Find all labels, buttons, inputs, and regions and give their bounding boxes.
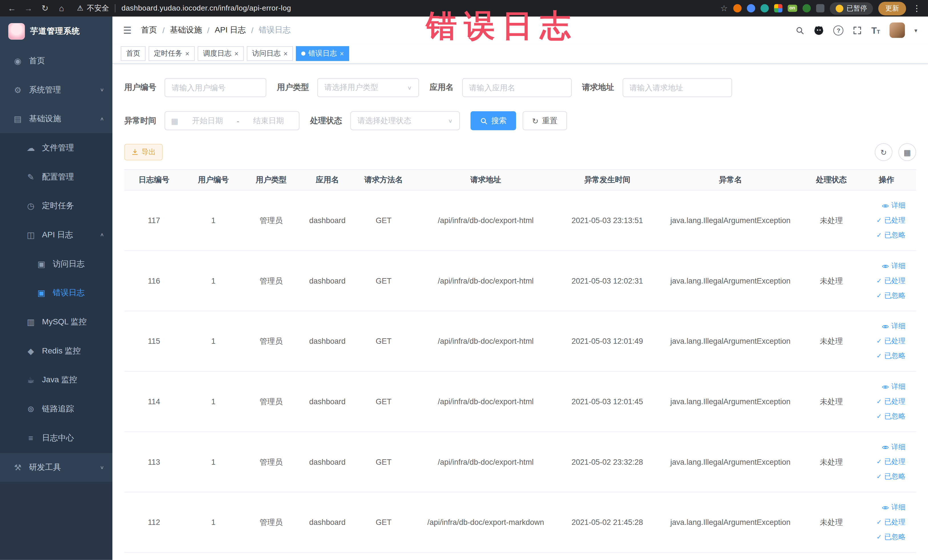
request-url-input[interactable] <box>622 78 732 97</box>
exception-name-cell: java.lang.IllegalArgumentException <box>655 371 806 432</box>
app-title: 芋道管理系统 <box>30 26 80 37</box>
process-status-select[interactable]: 请选择处理状态 ∨ <box>350 111 460 130</box>
tab-access-log[interactable]: 访问日志 × <box>247 46 293 61</box>
mark-processed-link[interactable]: ✓ 已处理 <box>859 273 905 288</box>
kebab-menu-icon[interactable]: ⋮ <box>913 3 921 13</box>
mark-ignored-link[interactable]: ✓ 已忽略 <box>859 228 905 243</box>
sidebar-item-system-mgmt[interactable]: ⚙ 系统管理 ∨ <box>0 75 112 104</box>
sidebar-item-api-log[interactable]: ◫ API 日志 ∧ <box>0 220 112 249</box>
user-type-select[interactable]: 请选择用户类型 ∨ <box>317 78 419 97</box>
sidebar-item-log-center[interactable]: ≡ 日志中心 <box>0 423 112 452</box>
bookmark-star-icon[interactable]: ☆ <box>720 3 728 13</box>
app-name-cell: dashboard <box>299 432 356 492</box>
extension-icon[interactable] <box>747 4 755 12</box>
caret-down-icon[interactable]: ▾ <box>914 27 917 34</box>
help-icon[interactable]: ? <box>833 25 844 35</box>
extension-icon[interactable] <box>802 4 810 12</box>
close-icon[interactable]: × <box>185 50 189 57</box>
annotation-overlay: 错误日志 <box>426 8 578 44</box>
eye-icon <box>882 383 889 390</box>
back-icon[interactable]: ← <box>5 2 19 15</box>
mark-ignored-link[interactable]: ✓ 已忽略 <box>859 349 905 363</box>
tab-schedule-log[interactable]: 调度日志 × <box>198 46 244 61</box>
mark-processed-link[interactable]: ✓ 已处理 <box>859 515 905 530</box>
detail-link[interactable]: 详细 <box>859 439 905 455</box>
search-button[interactable]: 搜索 <box>470 111 516 130</box>
sidebar-item-redis-monitor[interactable]: ◆ Redis 监控 <box>0 336 112 365</box>
detail-link[interactable]: 详细 <box>859 259 905 273</box>
user-avatar[interactable] <box>890 23 905 38</box>
app-logo[interactable]: 芋道管理系统 <box>0 17 112 46</box>
sidebar-item-config-mgmt[interactable]: ✎ 配置管理 <box>0 162 112 191</box>
col-app-name: 应用名 <box>299 169 356 190</box>
app-name-cell: dashboard <box>299 492 356 552</box>
eye-icon <box>882 444 889 451</box>
sidebar-item-infrastructure[interactable]: ▤ 基础设施 ∧ <box>0 104 112 133</box>
columns-icon[interactable]: ▦ <box>898 143 916 161</box>
table-row: 114 1 管理员 dashboard GET /api/infra/db-do… <box>124 371 916 432</box>
exception-name-cell: java.lang.IllegalArgumentException <box>655 251 806 311</box>
log-id-cell: 114 <box>124 371 184 432</box>
on-badge[interactable]: on <box>788 5 797 12</box>
sidebar-item-dev-tools[interactable]: ⚒ 研发工具 ∨ <box>0 452 112 482</box>
reset-button[interactable]: ↻ 重置 <box>523 111 567 130</box>
extension-icon[interactable] <box>774 4 782 12</box>
refresh-icon[interactable]: ↻ <box>875 143 892 161</box>
tab-error-log[interactable]: 错误日志 × <box>296 46 349 61</box>
detail-link[interactable]: 详细 <box>859 379 905 394</box>
user-id-cell: 1 <box>184 251 243 311</box>
sidebar-item-mysql-monitor[interactable]: ▥ MySQL 监控 <box>0 307 112 336</box>
mark-processed-link[interactable]: ✓ 已处理 <box>859 455 905 469</box>
eye-icon <box>882 504 889 511</box>
close-icon[interactable]: × <box>340 50 344 57</box>
app-name-input[interactable] <box>462 78 571 97</box>
detail-link[interactable]: 详细 <box>859 500 905 515</box>
fullscreen-icon[interactable] <box>853 26 862 35</box>
mark-processed-link[interactable]: ✓ 已处理 <box>859 394 905 409</box>
mark-ignored-link[interactable]: ✓ 已忽略 <box>859 409 905 424</box>
mark-ignored-link[interactable]: ✓ 已忽略 <box>859 288 905 303</box>
address-bar[interactable]: dashboard.yudao.iocoder.cn/infra/log/api… <box>122 4 291 12</box>
github-icon[interactable] <box>814 25 824 35</box>
security-chip[interactable]: ⚠ 不安全 <box>77 3 109 13</box>
extension-icon[interactable] <box>816 4 824 12</box>
detail-link[interactable]: 详细 <box>859 319 905 334</box>
forward-icon[interactable]: → <box>21 2 36 15</box>
search-icon[interactable] <box>796 26 804 35</box>
reload-icon[interactable]: ↻ <box>38 2 52 15</box>
extension-icon[interactable] <box>733 4 742 12</box>
breadcrumb-api-log[interactable]: API 日志 <box>215 25 246 35</box>
home-icon[interactable]: ⌂ <box>55 2 69 15</box>
sidebar-item-link-tracing[interactable]: ⊚ 链路追踪 <box>0 394 112 423</box>
sidebar-item-error-log[interactable]: ▣ 错误日志 <box>0 278 112 307</box>
breadcrumb-home[interactable]: 首页 <box>141 25 157 35</box>
paused-badge[interactable]: 已暂停 <box>830 2 873 15</box>
edit-icon: ✎ <box>25 172 37 182</box>
detail-link[interactable]: 详细 <box>859 198 905 213</box>
tab-home[interactable]: 首页 <box>121 46 145 61</box>
sidebar-item-file-mgmt[interactable]: ☁ 文件管理 <box>0 133 112 162</box>
mark-ignored-link[interactable]: ✓ 已忽略 <box>859 469 905 484</box>
tab-scheduled-tasks[interactable]: 定时任务 × <box>149 46 195 61</box>
font-size-icon[interactable]: TT <box>871 25 880 35</box>
mark-ignored-link[interactable]: ✓ 已忽略 <box>859 530 905 545</box>
sidebar-item-access-log[interactable]: ▣ 访问日志 <box>0 249 112 278</box>
breadcrumb-infrastructure[interactable]: 基础设施 <box>170 25 202 35</box>
date-range-picker[interactable]: ▦ 开始日期 - 结束日期 <box>165 111 299 130</box>
sidebar-item-java-monitor[interactable]: ☕ Java 监控 <box>0 365 112 394</box>
extension-icon[interactable] <box>760 4 769 12</box>
mark-processed-link[interactable]: ✓ 已处理 <box>859 213 905 228</box>
request-url-cell: /api/infra/db-doc/export-html <box>412 371 560 432</box>
log-id-cell: 116 <box>124 251 184 311</box>
user-id-input[interactable] <box>165 78 266 97</box>
sidebar-item-scheduled-tasks[interactable]: ◷ 定时任务 <box>0 191 112 220</box>
update-button[interactable]: 更新 <box>878 2 906 15</box>
sidebar-item-home[interactable]: ◉ 首页 <box>0 46 112 75</box>
close-icon[interactable]: × <box>235 50 239 57</box>
mark-processed-link[interactable]: ✓ 已处理 <box>859 334 905 349</box>
export-button[interactable]: 导出 <box>124 144 163 160</box>
hamburger-icon[interactable]: ☰ <box>123 24 132 36</box>
user-type-cell: 管理员 <box>243 492 299 552</box>
user-id-cell: 1 <box>184 492 243 552</box>
close-icon[interactable]: × <box>284 50 288 57</box>
